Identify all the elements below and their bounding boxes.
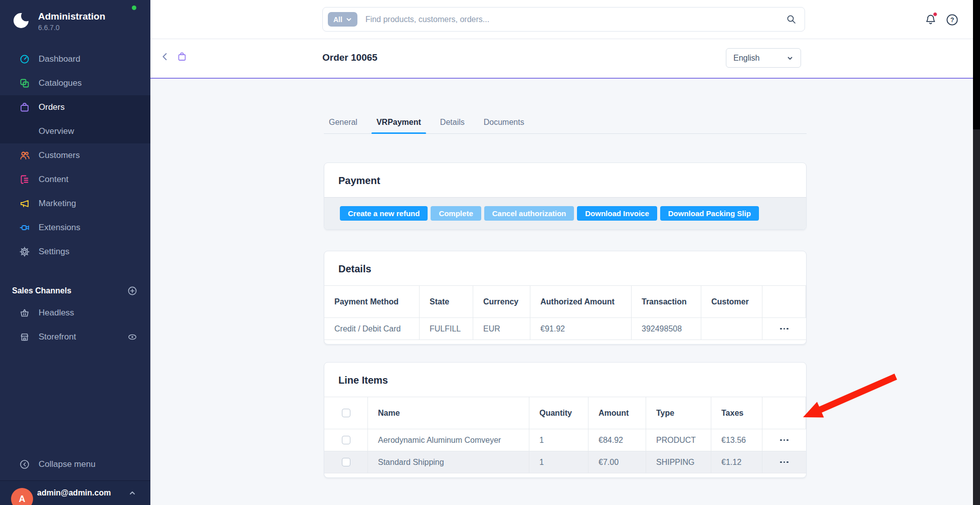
cell-name: Standard Shipping bbox=[368, 451, 529, 473]
search-input[interactable] bbox=[365, 15, 786, 24]
user-menu[interactable]: A admin@admin.com bbox=[0, 480, 150, 505]
storefront-icon bbox=[19, 331, 30, 343]
column-header: Customer bbox=[701, 286, 762, 318]
app-title: Administration bbox=[38, 11, 105, 22]
row-checkbox[interactable] bbox=[342, 458, 350, 466]
sidebar-item-label: Customers bbox=[39, 150, 80, 160]
sidebar-item-headless[interactable]: Headless bbox=[0, 301, 150, 325]
basket-icon bbox=[19, 307, 30, 318]
smart-bar: Order 10065 English bbox=[150, 39, 980, 79]
top-bar: All ? bbox=[150, 0, 980, 39]
column-header: Type bbox=[646, 397, 711, 429]
cell-transaction: 392498508 bbox=[632, 318, 701, 340]
column-header: Authorized Amount bbox=[530, 286, 632, 318]
back-button[interactable] bbox=[159, 51, 170, 62]
customers-icon bbox=[19, 150, 30, 161]
sidebar-item-storefront[interactable]: Storefront bbox=[0, 325, 150, 349]
sidebar-item-marketing[interactable]: Marketing bbox=[0, 192, 150, 216]
sidebar-active-group: Orders Overview bbox=[0, 95, 150, 143]
cell-quantity: 1 bbox=[529, 451, 589, 473]
line-items-table-row: Standard Shipping 1 €7.00 SHIPPING €1.12 bbox=[324, 451, 806, 473]
user-email: admin@admin.com bbox=[37, 488, 127, 497]
payment-card: Payment Create a new refund Complete Can… bbox=[324, 162, 807, 230]
download-invoice-button[interactable]: Download Invoice bbox=[577, 206, 657, 221]
column-header-actions bbox=[762, 286, 806, 318]
context-menu-icon[interactable] bbox=[778, 436, 791, 444]
line-items-card: Line Items Name Quantity Amount Type Tax… bbox=[324, 362, 807, 478]
search-filter-dropdown[interactable]: All bbox=[328, 12, 357, 27]
sidebar-item-dashboard[interactable]: Dashboard bbox=[0, 47, 150, 71]
cancel-authorization-button[interactable]: Cancel authorization bbox=[484, 206, 574, 221]
context-menu-icon[interactable] bbox=[778, 458, 791, 466]
sidebar-item-catalogues[interactable]: Catalogues bbox=[0, 71, 150, 95]
order-module-icon bbox=[176, 51, 187, 62]
main-area: All ? bbox=[150, 0, 980, 505]
sidebar-item-label: Marketing bbox=[39, 199, 76, 209]
shopware-logo-icon bbox=[12, 11, 31, 30]
accent-line bbox=[150, 78, 980, 79]
app-version: 6.6.7.0 bbox=[38, 24, 105, 32]
question-icon: ? bbox=[945, 13, 959, 27]
search-icon[interactable] bbox=[786, 14, 797, 25]
row-select bbox=[324, 429, 368, 451]
column-header: Currency bbox=[473, 286, 530, 318]
sidebar-item-label: Orders bbox=[39, 102, 65, 112]
scrollbar-thumb[interactable] bbox=[973, 0, 980, 129]
sidebar-spacer bbox=[0, 349, 150, 452]
sidebar-item-settings[interactable]: Settings bbox=[0, 240, 150, 264]
cell-type: SHIPPING bbox=[646, 451, 711, 473]
eye-icon[interactable] bbox=[127, 332, 137, 342]
context-menu-icon[interactable] bbox=[778, 325, 791, 333]
line-items-table: Name Quantity Amount Type Taxes Aerodyna… bbox=[324, 397, 806, 451]
line-items-card-title: Line Items bbox=[324, 363, 806, 397]
column-header: Quantity bbox=[529, 397, 589, 429]
tab-bar: General VRPayment Details Documents bbox=[324, 118, 807, 134]
sidebar-item-orders[interactable]: Orders bbox=[0, 95, 150, 119]
sidebar-item-customers[interactable]: Customers bbox=[0, 143, 150, 167]
sidebar-item-label: Headless bbox=[39, 308, 137, 318]
sidebar-item-overview[interactable]: Overview bbox=[0, 119, 150, 143]
tab-details[interactable]: Details bbox=[435, 118, 470, 133]
tab-general[interactable]: General bbox=[324, 118, 362, 133]
collapse-menu-button[interactable]: Collapse menu bbox=[0, 452, 150, 476]
payment-actions: Create a new refund Complete Cancel auth… bbox=[324, 197, 806, 229]
language-selected: English bbox=[733, 54, 787, 63]
select-all-checkbox[interactable] bbox=[342, 409, 350, 417]
sidebar-item-label: Content bbox=[39, 175, 69, 185]
cell-authorized-amount: €91.92 bbox=[530, 318, 632, 340]
notification-dot bbox=[933, 12, 937, 17]
sales-channels-label: Sales Channels bbox=[12, 286, 127, 295]
row-actions bbox=[762, 451, 806, 473]
sidebar-item-label: Catalogues bbox=[39, 78, 82, 88]
chevron-left-icon bbox=[159, 51, 170, 62]
sidebar-item-content[interactable]: Content bbox=[0, 167, 150, 192]
tab-vrpayment[interactable]: VRPayment bbox=[371, 118, 426, 133]
column-header: Transaction bbox=[632, 286, 701, 318]
collapse-menu-label: Collapse menu bbox=[39, 459, 95, 469]
cell-type: PRODUCT bbox=[646, 429, 711, 451]
complete-button[interactable]: Complete bbox=[431, 206, 481, 221]
download-packing-slip-button[interactable]: Download Packing Slip bbox=[660, 206, 759, 221]
sidebar-item-label: Overview bbox=[39, 126, 74, 136]
details-card: Details Payment Method State Currency Au… bbox=[324, 251, 807, 345]
details-card-title: Details bbox=[324, 251, 806, 285]
sidebar-item-label: Settings bbox=[39, 247, 69, 257]
tab-documents[interactable]: Documents bbox=[479, 118, 529, 133]
marketing-icon bbox=[19, 198, 30, 209]
sidebar-item-extensions[interactable]: Extensions bbox=[0, 216, 150, 240]
language-select[interactable]: English bbox=[726, 48, 801, 68]
help-button[interactable]: ? bbox=[945, 13, 959, 27]
cell-payment-method: Credit / Debit Card bbox=[324, 318, 420, 340]
add-sales-channel-icon[interactable] bbox=[127, 286, 137, 296]
column-header-actions bbox=[762, 397, 806, 429]
cell-taxes: €1.12 bbox=[711, 451, 762, 473]
scrollbar-track[interactable] bbox=[973, 0, 980, 505]
create-refund-button[interactable]: Create a new refund bbox=[340, 206, 428, 221]
row-select bbox=[324, 451, 368, 473]
notifications-button[interactable] bbox=[924, 13, 937, 27]
row-checkbox[interactable] bbox=[342, 436, 350, 444]
row-actions bbox=[762, 429, 806, 451]
sidebar-header: Administration 6.6.7.0 bbox=[0, 0, 150, 47]
sidebar-item-label: Extensions bbox=[39, 223, 80, 233]
cell-amount: €7.00 bbox=[589, 451, 646, 473]
